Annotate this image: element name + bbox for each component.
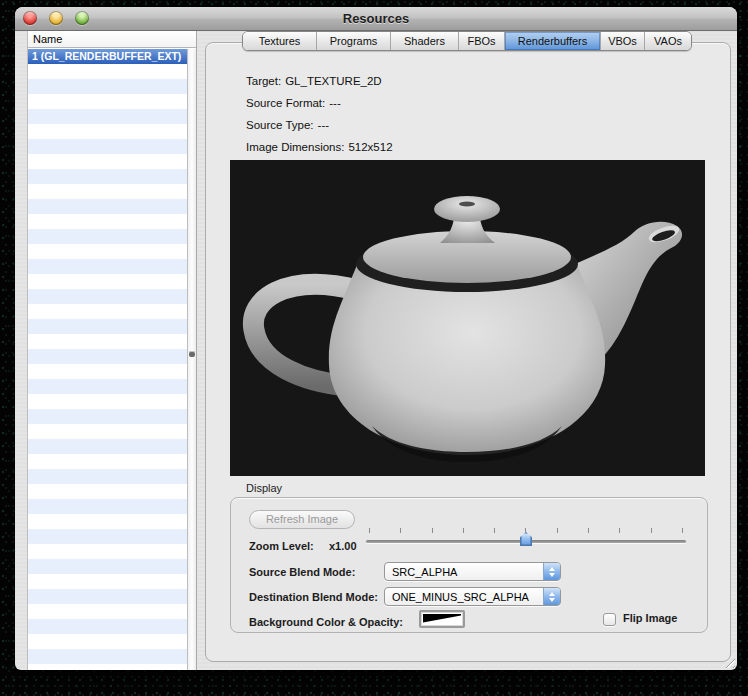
close-button[interactable] [23, 11, 37, 25]
splitter-dimple-icon[interactable] [189, 351, 195, 357]
zoom-slider[interactable] [366, 526, 686, 554]
resource-list-sidebar: Name 1 (GL_RENDERBUFFER_EXT) [27, 31, 197, 670]
popup-stepper-icon [543, 588, 560, 605]
title-bar[interactable]: Resources [15, 7, 737, 31]
source-blend-label: Source Blend Mode: [249, 566, 355, 578]
background-color-well[interactable] [419, 610, 465, 628]
info-source-format: Source Format:--- [246, 97, 393, 119]
list-stripes [28, 64, 188, 670]
window-title: Resources [343, 11, 409, 26]
dest-blend-popup[interactable]: ONE_MINUS_SRC_ALPHA [384, 587, 561, 606]
zoom-level-label: Zoom Level: [249, 540, 314, 552]
tab-textures[interactable]: Textures [243, 32, 317, 50]
popup-stepper-icon [543, 563, 560, 580]
tab-shaders[interactable]: Shaders [391, 32, 459, 50]
sidebar-scrollbar[interactable] [187, 49, 196, 670]
tab-renderbuffers[interactable]: Renderbuffers [505, 32, 601, 50]
tab-programs[interactable]: Programs [317, 32, 391, 50]
flip-image-label: Flip Image [623, 612, 677, 624]
minimize-button[interactable] [49, 11, 63, 25]
color-opacity-wedge-icon [423, 614, 461, 624]
display-group-box: Refresh Image Zoom Level: x1.00 Source B… [230, 497, 708, 633]
zoom-slider-thumb[interactable] [520, 532, 532, 546]
renderbuffer-image-preview [230, 160, 705, 476]
tab-vaos[interactable]: VAOs [645, 32, 691, 50]
refresh-image-button[interactable]: Refresh Image [249, 510, 355, 529]
zoom-level-value: x1.00 [329, 540, 357, 552]
utah-teapot-render [230, 160, 705, 476]
desktop-background: Resources Name 1 (GL_RENDERBUFFER_EXT) T… [0, 0, 748, 696]
dest-blend-label: Destination Blend Mode: [249, 591, 378, 603]
source-blend-popup[interactable]: SRC_ALPHA [384, 562, 561, 581]
source-blend-value: SRC_ALPHA [385, 566, 543, 578]
dest-blend-value: ONE_MINUS_SRC_ALPHA [385, 591, 543, 603]
resource-list[interactable]: 1 (GL_RENDERBUFFER_EXT) [28, 49, 188, 670]
flip-image-checkbox[interactable] [603, 613, 616, 626]
bg-color-label: Background Color & Opacity: [249, 616, 403, 628]
info-source-type: Source Type:--- [246, 119, 393, 141]
resources-window: Resources Name 1 (GL_RENDERBUFFER_EXT) T… [15, 7, 737, 670]
tab-fbos[interactable]: FBOs [459, 32, 505, 50]
tab-strip: Textures Programs Shaders FBOs Renderbuf… [242, 31, 692, 51]
list-header-name[interactable]: Name [28, 31, 196, 48]
display-group-label: Display [246, 482, 282, 494]
list-item-renderbuffer[interactable]: 1 (GL_RENDERBUFFER_EXT) [28, 49, 188, 64]
texture-info: Target:GL_TEXTURE_2D Source Format:--- S… [246, 75, 393, 163]
zoom-button[interactable] [75, 11, 89, 25]
info-target: Target:GL_TEXTURE_2D [246, 75, 393, 97]
tab-vbos[interactable]: VBOs [601, 32, 645, 50]
